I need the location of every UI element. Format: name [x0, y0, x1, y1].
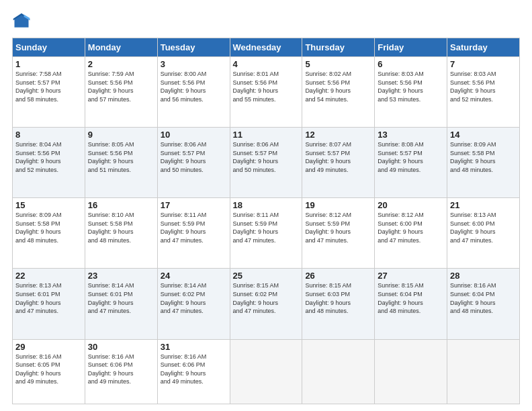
calendar-cell: [375, 339, 447, 404]
day-info: Sunrise: 7:59 AM Sunset: 5:56 PM Dayligh…: [88, 70, 154, 103]
day-number: 1: [15, 59, 82, 69]
calendar-cell: 19Sunrise: 8:12 AM Sunset: 5:59 PM Dayli…: [302, 198, 375, 269]
day-number: 10: [161, 130, 227, 140]
day-info: Sunrise: 8:16 AM Sunset: 6:06 PM Dayligh…: [161, 353, 227, 386]
day-number: 8: [15, 130, 82, 140]
calendar-cell: 22Sunrise: 8:13 AM Sunset: 6:01 PM Dayli…: [13, 269, 85, 339]
day-info: Sunrise: 8:06 AM Sunset: 5:57 PM Dayligh…: [161, 140, 227, 174]
day-info: Sunrise: 7:58 AM Sunset: 5:57 PM Dayligh…: [15, 70, 82, 103]
calendar-cell: 23Sunrise: 8:14 AM Sunset: 6:01 PM Dayli…: [85, 269, 157, 339]
calendar-cell: [230, 339, 302, 404]
weekday-wednesday: Wednesday: [230, 38, 302, 57]
day-number: 30: [88, 342, 154, 352]
day-number: 4: [233, 59, 300, 69]
day-number: 17: [161, 200, 227, 210]
calendar-cell: 21Sunrise: 8:13 AM Sunset: 6:00 PM Dayli…: [447, 198, 520, 269]
day-number: 29: [15, 342, 82, 352]
day-info: Sunrise: 8:05 AM Sunset: 5:56 PM Dayligh…: [88, 140, 154, 174]
day-number: 28: [450, 271, 517, 281]
calendar-cell: [447, 339, 520, 404]
calendar-week-row: 1Sunrise: 7:58 AM Sunset: 5:57 PM Daylig…: [13, 57, 520, 128]
calendar-cell: 18Sunrise: 8:11 AM Sunset: 5:59 PM Dayli…: [230, 198, 302, 269]
calendar-cell: 17Sunrise: 8:11 AM Sunset: 5:59 PM Dayli…: [157, 198, 230, 269]
day-number: 20: [378, 200, 444, 210]
day-info: Sunrise: 8:12 AM Sunset: 5:59 PM Dayligh…: [305, 211, 371, 244]
calendar-cell: 27Sunrise: 8:15 AM Sunset: 6:04 PM Dayli…: [375, 269, 447, 339]
day-number: 14: [450, 130, 517, 140]
day-info: Sunrise: 8:07 AM Sunset: 5:57 PM Dayligh…: [305, 140, 371, 174]
day-number: 16: [88, 200, 154, 210]
day-number: 9: [88, 130, 154, 140]
calendar-cell: 24Sunrise: 8:14 AM Sunset: 6:02 PM Dayli…: [157, 269, 230, 339]
day-number: 31: [161, 342, 227, 352]
day-info: Sunrise: 8:14 AM Sunset: 6:02 PM Dayligh…: [161, 281, 227, 315]
day-number: 24: [161, 271, 227, 281]
calendar-cell: 6Sunrise: 8:03 AM Sunset: 5:56 PM Daylig…: [375, 57, 447, 128]
day-info: Sunrise: 8:11 AM Sunset: 5:59 PM Dayligh…: [161, 211, 227, 244]
calendar-cell: 13Sunrise: 8:08 AM Sunset: 5:57 PM Dayli…: [375, 128, 447, 198]
calendar-cell: 14Sunrise: 8:09 AM Sunset: 5:58 PM Dayli…: [447, 128, 520, 198]
day-info: Sunrise: 8:15 AM Sunset: 6:04 PM Dayligh…: [378, 281, 444, 315]
day-number: 5: [305, 59, 371, 69]
day-info: Sunrise: 8:15 AM Sunset: 6:02 PM Dayligh…: [233, 281, 300, 315]
day-info: Sunrise: 8:13 AM Sunset: 6:01 PM Dayligh…: [15, 281, 82, 315]
day-info: Sunrise: 8:14 AM Sunset: 6:01 PM Dayligh…: [88, 281, 154, 315]
calendar-cell: 25Sunrise: 8:15 AM Sunset: 6:02 PM Dayli…: [230, 269, 302, 339]
calendar-table: SundayMondayTuesdayWednesdayThursdayFrid…: [12, 38, 520, 404]
weekday-saturday: Saturday: [447, 38, 520, 57]
day-info: Sunrise: 8:15 AM Sunset: 6:03 PM Dayligh…: [305, 281, 371, 315]
day-number: 25: [233, 271, 300, 281]
day-info: Sunrise: 8:08 AM Sunset: 5:57 PM Dayligh…: [378, 140, 444, 174]
day-number: 11: [233, 130, 300, 140]
calendar-week-row: 15Sunrise: 8:09 AM Sunset: 5:58 PM Dayli…: [13, 198, 520, 269]
day-info: Sunrise: 8:03 AM Sunset: 5:56 PM Dayligh…: [450, 70, 517, 103]
calendar-cell: 7Sunrise: 8:03 AM Sunset: 5:56 PM Daylig…: [447, 57, 520, 128]
day-number: 6: [378, 59, 444, 69]
weekday-thursday: Thursday: [302, 38, 375, 57]
day-info: Sunrise: 8:06 AM Sunset: 5:57 PM Dayligh…: [233, 140, 300, 174]
calendar-cell: 11Sunrise: 8:06 AM Sunset: 5:57 PM Dayli…: [230, 128, 302, 198]
calendar-cell: 16Sunrise: 8:10 AM Sunset: 5:58 PM Dayli…: [85, 198, 157, 269]
day-info: Sunrise: 8:12 AM Sunset: 6:00 PM Dayligh…: [378, 211, 444, 244]
day-number: 21: [450, 200, 517, 210]
calendar-cell: [302, 339, 375, 404]
day-info: Sunrise: 8:09 AM Sunset: 5:58 PM Dayligh…: [15, 211, 82, 244]
day-info: Sunrise: 8:02 AM Sunset: 5:56 PM Dayligh…: [305, 70, 371, 103]
day-number: 19: [305, 200, 371, 210]
page: SundayMondayTuesdayWednesdayThursdayFrid…: [0, 0, 532, 411]
day-number: 26: [305, 271, 371, 281]
day-number: 15: [15, 200, 82, 210]
calendar-cell: 8Sunrise: 8:04 AM Sunset: 5:56 PM Daylig…: [13, 128, 85, 198]
day-info: Sunrise: 8:09 AM Sunset: 5:58 PM Dayligh…: [450, 140, 517, 174]
day-number: 7: [450, 59, 517, 69]
day-number: 27: [378, 271, 444, 281]
day-number: 3: [161, 59, 227, 69]
calendar-cell: 3Sunrise: 8:00 AM Sunset: 5:56 PM Daylig…: [157, 57, 230, 128]
calendar-cell: 31Sunrise: 8:16 AM Sunset: 6:06 PM Dayli…: [157, 339, 230, 404]
weekday-header-row: SundayMondayTuesdayWednesdayThursdayFrid…: [13, 38, 520, 57]
day-info: Sunrise: 8:10 AM Sunset: 5:58 PM Dayligh…: [88, 211, 154, 244]
calendar-cell: 28Sunrise: 8:16 AM Sunset: 6:04 PM Dayli…: [447, 269, 520, 339]
day-info: Sunrise: 8:16 AM Sunset: 6:04 PM Dayligh…: [450, 281, 517, 315]
calendar-cell: 30Sunrise: 8:16 AM Sunset: 6:06 PM Dayli…: [85, 339, 157, 404]
day-number: 18: [233, 200, 300, 210]
calendar-week-row: 8Sunrise: 8:04 AM Sunset: 5:56 PM Daylig…: [13, 128, 520, 198]
calendar-cell: 5Sunrise: 8:02 AM Sunset: 5:56 PM Daylig…: [302, 57, 375, 128]
day-number: 12: [305, 130, 371, 140]
calendar-cell: 9Sunrise: 8:05 AM Sunset: 5:56 PM Daylig…: [85, 128, 157, 198]
day-number: 2: [88, 59, 154, 69]
header: [12, 12, 520, 31]
calendar-cell: 12Sunrise: 8:07 AM Sunset: 5:57 PM Dayli…: [302, 128, 375, 198]
calendar-week-row: 29Sunrise: 8:16 AM Sunset: 6:05 PM Dayli…: [13, 339, 520, 404]
calendar-cell: 29Sunrise: 8:16 AM Sunset: 6:05 PM Dayli…: [13, 339, 85, 404]
calendar-cell: 10Sunrise: 8:06 AM Sunset: 5:57 PM Dayli…: [157, 128, 230, 198]
day-info: Sunrise: 8:11 AM Sunset: 5:59 PM Dayligh…: [233, 211, 300, 244]
weekday-sunday: Sunday: [13, 38, 85, 57]
calendar-cell: 1Sunrise: 7:58 AM Sunset: 5:57 PM Daylig…: [13, 57, 85, 128]
calendar-cell: 26Sunrise: 8:15 AM Sunset: 6:03 PM Dayli…: [302, 269, 375, 339]
weekday-tuesday: Tuesday: [157, 38, 230, 57]
day-info: Sunrise: 8:00 AM Sunset: 5:56 PM Dayligh…: [161, 70, 227, 103]
day-number: 13: [378, 130, 444, 140]
day-info: Sunrise: 8:03 AM Sunset: 5:56 PM Dayligh…: [378, 70, 444, 103]
weekday-friday: Friday: [375, 38, 447, 57]
